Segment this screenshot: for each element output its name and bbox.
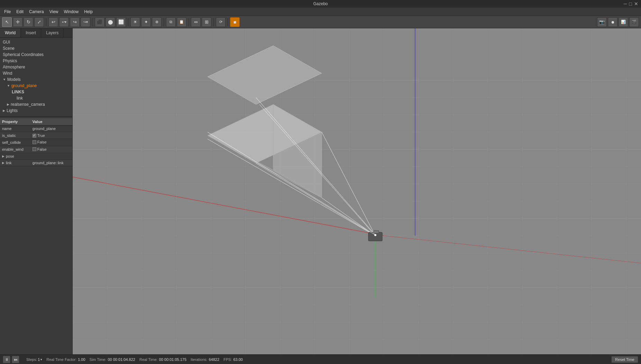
menu-edit[interactable]: Edit [13, 9, 26, 15]
menu-camera[interactable]: Camera [26, 9, 47, 15]
tree-item-ground-plane[interactable]: ▼ ground_plane [0, 83, 72, 89]
tab-world[interactable]: World [0, 28, 21, 37]
rtf-label: Real Time Factor: [46, 357, 76, 362]
tree-item-lights[interactable]: ▶ Lights [0, 108, 72, 114]
redo-arrow-button[interactable]: ↪▾ [81, 17, 90, 27]
tree-item-spherical-coords[interactable]: Spherical Coordinates [0, 52, 72, 58]
step-button[interactable]: ⏭ [12, 356, 19, 363]
toolbar-separator-6 [213, 18, 214, 26]
tab-layers[interactable]: Layers [41, 28, 64, 37]
prop-header-property: Property [0, 118, 30, 125]
undo-arrow-button[interactable]: ↩▾ [59, 17, 69, 27]
simulation-status-button[interactable]: ■ [230, 17, 240, 27]
tree-item-realsense-camera[interactable]: ▶ realsense_camera [0, 101, 72, 108]
pose-expand-arrow[interactable]: ▶ [2, 155, 4, 158]
pause-button[interactable]: ⏸ [3, 356, 10, 363]
self-collide-checkbox[interactable] [33, 140, 36, 144]
viewport-svg [73, 28, 641, 354]
enable-wind-checkbox[interactable] [33, 147, 36, 151]
sun-light-button[interactable]: ☀ [130, 17, 140, 27]
prop-row-link: ▶ link ground_plane::link [0, 160, 72, 166]
minimize-icon[interactable]: ─ [624, 1, 627, 7]
select-mode-button[interactable]: ↖ [2, 17, 12, 27]
fps-value: 63.00 [233, 357, 243, 362]
prop-link-value: ground_plane::link [30, 160, 72, 166]
prop-is-static-label: is_static [0, 132, 30, 139]
ground-plane-label: ground_plane [11, 83, 37, 88]
tree-item-models[interactable]: ▼ Models [0, 76, 72, 83]
fps-group: FPS: 63.00 [223, 357, 243, 362]
toolbar-separator-4 [164, 18, 164, 26]
tree-item-links[interactable]: LINKS [0, 89, 72, 95]
ground-plane-arrow: ▼ [7, 84, 10, 87]
tree-item-gui[interactable]: GUI [0, 39, 72, 45]
box-shape-button[interactable]: ⬛ [95, 17, 104, 27]
window-controls[interactable]: ─ □ ✕ [624, 1, 638, 7]
tree-item-physics[interactable]: Physics [0, 58, 72, 64]
play-controls: ⏸ ⏭ [3, 356, 19, 363]
real-time-group: Real Time: 00 00:01:05.175 [139, 357, 186, 362]
translate-mode-button[interactable]: ✛ [13, 17, 22, 27]
sim-time-group: Sim Time: 00 00:01:04.822 [90, 357, 135, 362]
prop-is-static-value[interactable]: ✓ True [30, 132, 72, 139]
menu-view[interactable]: View [47, 9, 61, 15]
prop-pose-label[interactable]: ▶ pose [0, 153, 30, 160]
toolbar-separator-7 [228, 18, 228, 26]
is-static-checkbox[interactable]: ✓ [33, 134, 36, 138]
align-button[interactable]: ⇔ [191, 17, 201, 27]
redo-button[interactable]: ↪ [70, 17, 80, 27]
toolbar-separator-2 [92, 18, 93, 26]
prop-name-value[interactable]: ground_plane [30, 125, 72, 132]
tree-item-link[interactable]: link [0, 95, 72, 101]
tree-item-atmosphere[interactable]: Atmosphere [0, 64, 72, 70]
real-time-label: Real Time: [139, 357, 158, 362]
enable-wind-text: False [37, 147, 47, 151]
rtf-group: Real Time Factor: 1.00 [46, 357, 85, 362]
rotate-mode-button[interactable]: ↻ [24, 17, 33, 27]
steps-label: Steps: [26, 357, 37, 362]
log-video-button[interactable]: ⏺ [608, 17, 617, 27]
menu-file[interactable]: File [1, 9, 13, 15]
physics-label: Physics [3, 58, 17, 63]
reset-time-button[interactable]: Reset Time [611, 356, 638, 363]
tree-item-wind[interactable]: Wind [0, 70, 72, 76]
plot-button[interactable]: 📊 [619, 17, 628, 27]
reset-view-button[interactable]: ⟳ [216, 17, 226, 27]
prop-enable-wind-value[interactable]: False [30, 146, 72, 153]
copy-button[interactable]: ⧉ [166, 17, 176, 27]
screenshot-button[interactable]: 📷 [597, 17, 607, 27]
prop-row-name: name ground_plane [0, 125, 72, 132]
prop-self-collide-value[interactable]: False [30, 139, 72, 146]
close-icon[interactable]: ✕ [634, 1, 638, 7]
menu-window[interactable]: Window [61, 9, 82, 15]
cylinder-shape-button[interactable]: ⬜ [116, 17, 126, 27]
lights-arrow: ▶ [3, 109, 5, 112]
scale-mode-button[interactable]: ⤢ [34, 17, 44, 27]
prop-link-label[interactable]: ▶ link [0, 160, 30, 166]
prop-pose-value [30, 153, 72, 160]
maximize-icon[interactable]: □ [629, 1, 632, 7]
paste-button[interactable]: 📋 [177, 17, 186, 27]
undo-button[interactable]: ↩ [48, 17, 58, 27]
directional-light-button[interactable]: ⊕ [152, 17, 162, 27]
prop-name-label: name [0, 125, 30, 132]
properties-table: Property Value name ground_plane is_stat… [0, 118, 72, 166]
video-button[interactable]: 🎬 [629, 17, 639, 27]
prop-row-enable-wind: enable_wind False [0, 146, 72, 153]
toolbar: ↖ ✛ ↻ ⤢ ↩ ↩▾ ↪ ↪▾ ⬛ ⬤ ⬜ ☀ ✦ ⊕ ⧉ 📋 ⇔ ⊞ ⟳ … [0, 16, 641, 28]
iterations-value: 64822 [209, 357, 219, 362]
tree-item-scene[interactable]: Scene [0, 45, 72, 52]
link-expand-arrow[interactable]: ▶ [2, 161, 4, 165]
snap-button[interactable]: ⊞ [202, 17, 211, 27]
rtf-value: 1.00 [78, 357, 85, 362]
fps-label: FPS: [223, 357, 232, 362]
toolbar-separator-3 [128, 18, 128, 26]
tab-insert[interactable]: Insert [21, 28, 41, 37]
menu-help[interactable]: Help [81, 9, 95, 15]
viewport[interactable] [73, 28, 641, 354]
steps-dropdown-arrow[interactable]: ▾ [40, 358, 42, 361]
toolbar-separator-1 [46, 18, 46, 26]
point-light-button[interactable]: ✦ [141, 17, 151, 27]
sphere-shape-button[interactable]: ⬤ [106, 17, 115, 27]
lights-label: Lights [7, 108, 18, 113]
